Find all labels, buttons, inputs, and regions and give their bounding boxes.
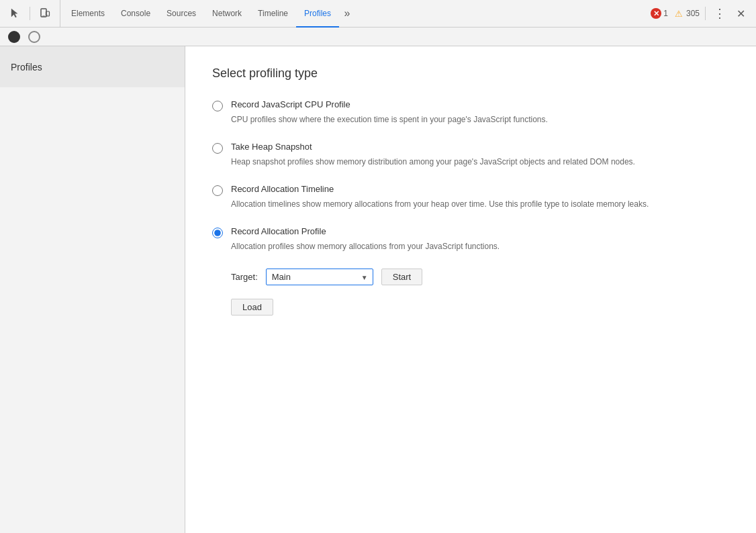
- option-content-alloc: Record Allocation Profile Allocation pro…: [231, 226, 500, 252]
- record-button[interactable]: [5, 28, 23, 46]
- more-options-button[interactable]: ⋮: [711, 5, 728, 22]
- toolbar-divider: [705, 7, 706, 20]
- start-button[interactable]: Start: [381, 269, 422, 285]
- second-toolbar: [0, 28, 756, 46]
- radio-heap-snapshot[interactable]: [212, 143, 223, 154]
- tab-timeline[interactable]: Timeline: [250, 1, 296, 28]
- option-title-heap[interactable]: Take Heap Snapshot: [231, 142, 635, 152]
- sidebar-profiles-label: Profiles: [11, 62, 42, 72]
- load-button[interactable]: Load: [231, 299, 273, 316]
- tab-bar: Elements Console Sources Network Timelin…: [60, 0, 645, 27]
- option-description-alloc: Allocation profiles show memory allocati…: [231, 240, 500, 252]
- toolbar-icon-group: [0, 0, 60, 27]
- radio-allocation-profile[interactable]: [212, 228, 223, 238]
- option-description-timeline: Allocation timelines show memory allocat…: [231, 198, 649, 210]
- profile-option-heap: Take Heap Snapshot Heap snapshot profile…: [212, 142, 729, 168]
- record-circle-icon: [8, 31, 20, 43]
- svg-rect-1: [42, 16, 45, 17]
- target-select[interactable]: Main: [266, 269, 373, 285]
- tab-elements[interactable]: Elements: [63, 1, 113, 28]
- main-content: Select profiling type Record JavaScript …: [185, 46, 756, 533]
- stop-button[interactable]: [26, 28, 43, 46]
- devtools-toolbar: Elements Console Sources Network Timelin…: [0, 0, 756, 28]
- icon-divider: [30, 7, 30, 20]
- svg-rect-0: [41, 9, 46, 17]
- tab-profiles[interactable]: Profiles: [296, 1, 339, 28]
- stop-circle-icon: [28, 31, 40, 43]
- option-description-heap: Heap snapshot profiles show memory distr…: [231, 156, 635, 168]
- target-select-wrapper: Main ▼: [266, 269, 373, 285]
- sidebar-profiles-header: Profiles: [0, 46, 185, 87]
- option-content-cpu: Record JavaScript CPU Profile CPU profil…: [231, 99, 548, 126]
- tab-sources[interactable]: Sources: [158, 1, 204, 28]
- tab-console[interactable]: Console: [113, 1, 158, 28]
- option-description-cpu: CPU profiles show where the execution ti…: [231, 113, 548, 126]
- target-row: Target: Main ▼ Start: [231, 269, 729, 285]
- warning-badge: ⚠ 305: [673, 8, 700, 19]
- radio-cpu-profile[interactable]: [212, 101, 223, 111]
- cursor-button[interactable]: [5, 4, 24, 23]
- warning-count: 305: [686, 9, 700, 18]
- profile-option-cpu: Record JavaScript CPU Profile CPU profil…: [212, 99, 729, 126]
- option-title-timeline[interactable]: Record Allocation Timeline: [231, 184, 649, 194]
- option-title-cpu[interactable]: Record JavaScript CPU Profile: [231, 99, 548, 109]
- device-button[interactable]: [36, 4, 54, 23]
- sidebar: Profiles: [0, 46, 185, 533]
- target-label: Target:: [231, 272, 258, 282]
- option-content-timeline: Record Allocation Timeline Allocation ti…: [231, 184, 649, 210]
- radio-allocation-timeline[interactable]: [212, 185, 223, 196]
- page-title: Select profiling type: [212, 66, 729, 81]
- main-layout: Profiles Select profiling type Record Ja…: [0, 46, 756, 533]
- option-title-alloc[interactable]: Record Allocation Profile: [231, 226, 500, 236]
- option-content-heap: Take Heap Snapshot Heap snapshot profile…: [231, 142, 635, 168]
- profile-option-timeline: Record Allocation Timeline Allocation ti…: [212, 184, 729, 210]
- toolbar-right: ✕ 1 ⚠ 305 ⋮ ✕: [645, 0, 756, 27]
- error-count: 1: [663, 9, 668, 18]
- error-icon: ✕: [651, 8, 661, 19]
- profile-option-alloc: Record Allocation Profile Allocation pro…: [212, 226, 729, 252]
- tab-network[interactable]: Network: [204, 1, 250, 28]
- warning-icon: ⚠: [673, 8, 684, 19]
- more-tabs-button[interactable]: »: [339, 4, 355, 23]
- close-button[interactable]: ✕: [731, 5, 751, 23]
- error-badge: ✕ 1: [651, 8, 668, 19]
- svg-rect-3: [47, 15, 48, 16]
